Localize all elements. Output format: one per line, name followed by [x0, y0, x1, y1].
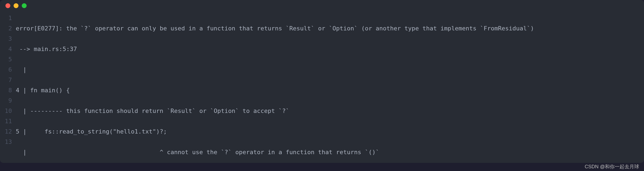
line-number: 4 — [0, 44, 12, 54]
code-line: 4 | fn main() { — [16, 85, 644, 96]
maximize-icon[interactable] — [22, 3, 27, 8]
code-content[interactable]: error[E0277]: the `?` operator can only … — [16, 13, 644, 163]
line-number: 10 — [0, 106, 12, 116]
line-number: 11 — [0, 116, 12, 126]
code-line: --> main.rs:5:37 — [16, 44, 644, 54]
titlebar — [0, 0, 644, 11]
line-number: 7 — [0, 75, 12, 85]
line-number: 12 — [0, 126, 12, 137]
line-number: 1 — [0, 13, 12, 23]
terminal-window: 1 2 3 4 5 6 7 8 9 10 11 12 13 error[E027… — [0, 0, 644, 163]
minimize-icon[interactable] — [14, 3, 18, 8]
line-number: 3 — [0, 34, 12, 44]
line-number: 8 — [0, 85, 12, 96]
code-area: 1 2 3 4 5 6 7 8 9 10 11 12 13 error[E027… — [0, 11, 644, 163]
close-icon[interactable] — [5, 3, 10, 8]
code-line: error[E0277]: the `?` operator can only … — [16, 23, 644, 34]
line-number: 13 — [0, 137, 12, 147]
line-number: 2 — [0, 23, 12, 34]
line-number-gutter: 1 2 3 4 5 6 7 8 9 10 11 12 13 — [0, 13, 16, 163]
code-line: | --------- this function should return … — [16, 106, 644, 116]
line-number: 6 — [0, 65, 12, 75]
watermark: CSDN @和你一起去月球 — [585, 163, 639, 170]
code-line: | ^ cannot use the `?` operator in a fun… — [16, 147, 644, 157]
line-number: 9 — [0, 96, 12, 106]
code-line: 5 | fs::read_to_string("hello1.txt")?; — [16, 126, 644, 137]
line-number: 5 — [0, 54, 12, 65]
code-line: | — [16, 65, 644, 75]
